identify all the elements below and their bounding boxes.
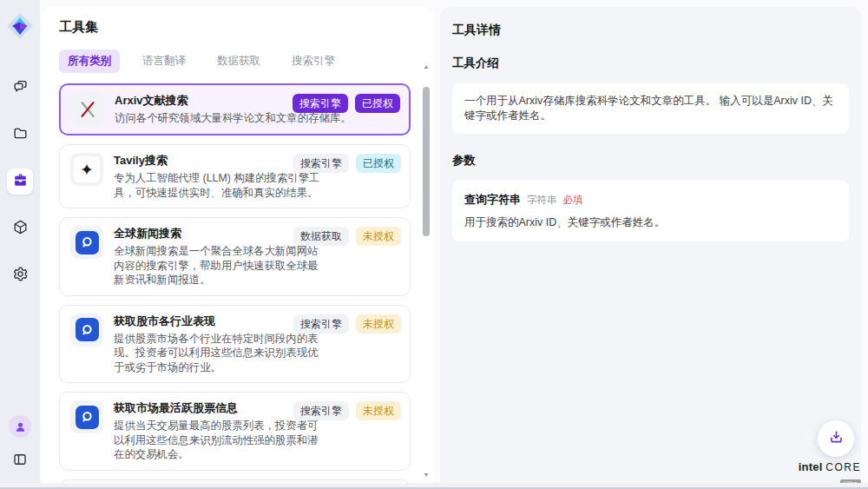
tool-icon <box>71 93 104 126</box>
params-heading: 参数 <box>452 153 849 169</box>
category-tab[interactable]: 搜索引擎 <box>283 50 344 73</box>
category-tab[interactable]: 语言翻译 <box>134 50 194 73</box>
quark-browser-icon <box>76 406 99 429</box>
tool-description: 提供当天交易量最高的股票列表，投资者可以利用这些信息来识别流动性强的股票和潜在的… <box>114 419 322 462</box>
quark-browser-icon <box>76 231 99 254</box>
scroll-down-arrow-icon[interactable]: ▼ <box>422 471 431 479</box>
authorization-badge: 未授权 <box>356 401 401 420</box>
list-scrollbar[interactable]: ▲ ▼ <box>422 63 431 479</box>
sidebar-item-files[interactable] <box>7 122 33 148</box>
intro-text: 一个用于从Arxiv存储库搜索科学论文和文章的工具。 输入可以是Arxiv ID… <box>452 83 849 134</box>
tool-list: Arxiv文献搜索 访问各个研究领域大量科学论文和文章的存储库。 搜索引擎 已授… <box>42 83 411 483</box>
toollist-title: 工具集 <box>59 19 434 36</box>
authorization-badge: 已授权 <box>355 94 400 113</box>
tool-name: 获取股市各行业表现 <box>114 314 322 328</box>
folder-icon <box>12 125 29 145</box>
category-badge: 搜索引擎 <box>293 154 349 173</box>
category-badge: 数据获取 <box>293 227 349 246</box>
tool-description: 专为人工智能代理 (LLM) 构建的搜索引擎工具，可快速提供实时、准确和真实的结… <box>114 171 322 200</box>
tool-description: 提供股票市场各个行业在特定时间段内的表现。投资者可以利用这些信息来识别表现优于或… <box>114 332 322 375</box>
tool-card[interactable]: ✦ Tavily搜索 专为人工智能代理 (LLM) 构建的搜索引擎工具，可快速提… <box>59 144 411 208</box>
tool-details-panel: 工具详情 工具介绍 一个用于从Arxiv存储库搜索科学论文和文章的工具。 输入可… <box>440 7 861 483</box>
intro-heading: 工具介绍 <box>452 56 849 71</box>
category-badge: 搜索引擎 <box>293 94 348 113</box>
authorization-badge: 未授权 <box>356 227 401 246</box>
tool-name: 全球新闻搜索 <box>114 227 322 241</box>
toolbox-icon <box>12 172 29 192</box>
param-required-flag: 必填 <box>563 194 583 207</box>
tool-card[interactable]: Arxiv文献搜索 访问各个研究领域大量科学论文和文章的存储库。 搜索引擎 已授… <box>59 83 411 135</box>
sparkle-icon: ✦ <box>74 156 100 182</box>
tool-name: Tavily搜索 <box>114 154 322 168</box>
left-icon-rail <box>0 0 40 483</box>
download-button[interactable] <box>818 420 854 457</box>
category-badge: 搜索引擎 <box>293 401 349 420</box>
authorization-badge: 已授权 <box>356 154 401 173</box>
tool-name: 获取市场最活跃股票信息 <box>114 401 322 415</box>
user-avatar[interactable] <box>9 415 31 438</box>
tool-description: 全球新闻搜索是一个聚合全球各大新闻网站内容的搜索引擎，帮助用户快速获取全球最新资… <box>114 244 322 287</box>
tool-card[interactable]: 获取市场最活跃股票信息 提供当天交易量最高的股票列表，投资者可以利用这些信息来识… <box>59 392 411 471</box>
sidebar-item-tools[interactable] <box>7 169 33 195</box>
app-logo-icon <box>6 12 34 40</box>
tool-card[interactable]: 全球新闻搜索 全球新闻搜索是一个聚合全球各大新闻网站内容的搜索引擎，帮助用户快速… <box>59 217 411 296</box>
tool-description: 访问各个研究领域大量科学论文和文章的存储库。 <box>115 111 368 126</box>
settings-gear-icon <box>12 266 29 286</box>
param-description: 用于搜索的Arxiv ID、关键字或作者姓名。 <box>464 215 837 230</box>
tool-icon: ✦ <box>70 153 103 186</box>
category-tab[interactable]: 数据获取 <box>208 50 269 73</box>
person-icon <box>14 420 27 433</box>
panel-toggle-button[interactable] <box>7 448 33 474</box>
cube-icon <box>12 219 29 239</box>
tool-card[interactable]: 获取股市各行业表现 提供股票市场各个行业在特定时间段内的表现。投资者可以利用这些… <box>59 305 411 384</box>
tool-icon <box>70 314 103 347</box>
tool-icon <box>70 400 103 433</box>
sidebar-item-chat[interactable] <box>7 75 33 101</box>
sidebar-item-settings[interactable] <box>7 262 33 288</box>
tool-list-panel: 工具集 所有类别语言翻译数据获取搜索引擎 Arxiv文献搜索 访问各个研究领域大… <box>42 7 434 483</box>
arxiv-icon <box>78 100 97 119</box>
chat-icon <box>12 78 29 98</box>
quark-browser-icon <box>76 318 99 341</box>
param-name: 查询字符串 <box>464 192 521 208</box>
panel-toggle-icon <box>12 452 28 471</box>
core-wordmark: core <box>825 461 861 473</box>
authorization-badge: 未授权 <box>356 314 401 334</box>
parameter-card: 查询字符串 字符串 必填 用于搜索的Arxiv ID、关键字或作者姓名。 <box>452 181 849 241</box>
intel-wordmark: intel <box>799 460 823 473</box>
details-title: 工具详情 <box>452 23 849 38</box>
window-bottom-edge <box>0 483 868 489</box>
category-badge: 搜索引擎 <box>293 314 349 334</box>
sidebar-item-models[interactable] <box>7 215 33 241</box>
param-type: 字符串 <box>527 194 557 207</box>
scrollbar-thumb[interactable] <box>423 87 430 236</box>
category-tab[interactable]: 所有类别 <box>59 50 120 73</box>
scroll-up-arrow-icon[interactable]: ▲ <box>422 63 431 71</box>
download-icon <box>828 429 845 449</box>
category-tabs: 所有类别语言翻译数据获取搜索引擎 <box>59 50 434 73</box>
tool-icon <box>70 226 103 259</box>
